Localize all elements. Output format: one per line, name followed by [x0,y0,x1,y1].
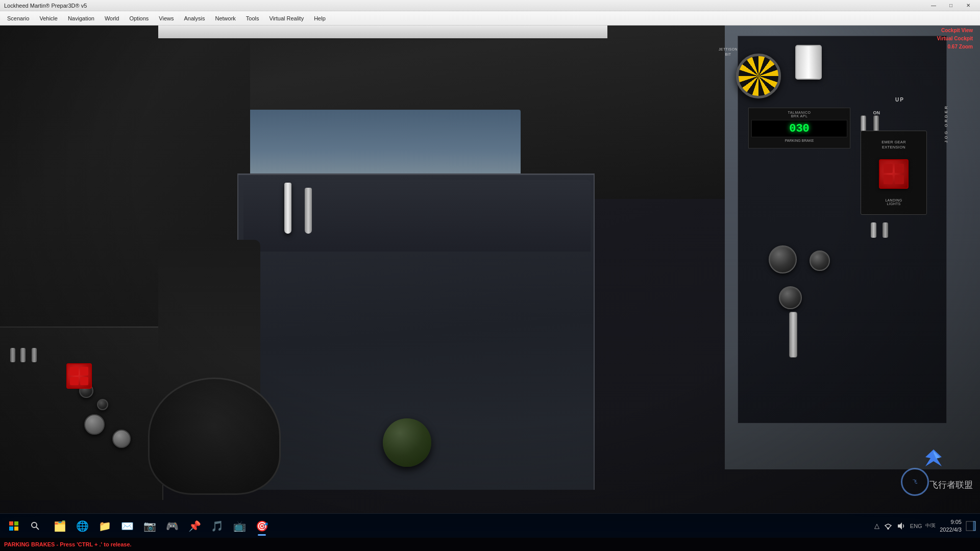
red-cell-b [895,164,904,173]
ime-area: ENG 中/英 [910,522,936,529]
title-bar: Lockheed Martin® Prepar3D® v5 — □ ✕ [0,0,980,11]
title-bar-controls: — □ ✕ [926,2,976,10]
emblem-text: 飞 [913,479,917,485]
search-button[interactable] [26,516,45,536]
jettison-label: JETTISONBIT [719,47,738,57]
menu-navigation[interactable]: Navigation [63,11,100,25]
svg-rect-3 [14,521,18,525]
clock-time: 9:05 [940,518,962,525]
toggle-2[interactable] [873,115,879,132]
taskbar-item-9[interactable]: 📺 [229,515,250,537]
glareshield [158,26,607,38]
parking-brake-message: PARKING BRAKES - Press 'CTRL + .' to rel… [4,541,132,547]
cockpit-view-overlay: Cockpit View Virtual Cockpit 0.67 Zoom [937,27,973,51]
ime-mode: 中/英 [925,522,936,529]
knob-bottom-left-2[interactable] [97,399,108,410]
minimize-button[interactable]: — [926,2,941,10]
green-sphere [383,418,431,467]
taskbar-item-3[interactable]: 📁 [94,515,115,537]
windows-logo-icon [9,521,18,531]
system-tray: △ ENG 中/英 9:05 2022/4/3 [870,514,980,538]
menu-analysis[interactable]: Analysis [179,11,210,25]
svg-marker-9 [898,522,902,530]
red-cell-c [884,175,893,184]
svg-rect-2 [9,521,13,525]
start-button[interactable] [4,516,23,536]
menu-vehicle[interactable]: Vehicle [34,11,62,25]
svg-point-6 [32,522,37,528]
svg-rect-11 [973,521,975,531]
taskbar-item-5[interactable]: 📷 [139,515,160,537]
menu-virtual-reality[interactable]: Virtual Reality [264,11,309,25]
emer-gear-panel: EMER GEAREXTENSION LANDINGLIGHTS [861,131,927,215]
taskbar-item-1[interactable]: 🗂️ [49,515,70,537]
cockpit-background: TALMANICOBRK APL 030 PARKING BRAKE ON EM… [0,26,980,525]
taskbar-item-10-active[interactable]: 🎯 [251,515,273,537]
maximize-button[interactable]: □ [943,2,959,10]
menu-bar: Scenario Vehicle Navigation World Option… [0,11,980,26]
lever-right[interactable] [789,312,797,358]
menu-options[interactable]: Options [124,11,154,25]
menu-scenario[interactable]: Scenario [2,11,34,25]
menu-network[interactable]: Network [210,11,240,25]
throttle-handle-2[interactable] [305,188,312,234]
knob-right-2[interactable] [810,251,830,271]
landing-lights-label: LANDINGLIGHTS [885,198,902,206]
show-desktop-icon[interactable] [966,521,976,531]
white-cylindrical-knob[interactable] [795,45,822,80]
lower-toggle-group [871,222,888,238]
bottom-left-panel [0,327,163,500]
taskbar-item-4[interactable]: ✉️ [116,515,138,537]
lower-toggle-2[interactable] [883,222,888,238]
on-label: ON [873,110,880,115]
status-bar: PARKING BRAKES - Press 'CTRL + .' to rel… [0,538,980,551]
taskbar-item-6[interactable]: 🎮 [161,515,183,537]
system-clock[interactable]: 9:05 2022/4/3 [940,518,962,533]
close-button[interactable]: ✕ [961,2,976,10]
toggle-1[interactable] [861,115,866,132]
red-cell-3 [70,377,79,386]
svg-rect-4 [9,527,13,531]
cockpit-view-line3: 0.67 Zoom [937,43,973,51]
large-knob-right-1[interactable] [769,245,797,273]
red-grid-button-left[interactable] [66,363,92,389]
menu-tools[interactable]: Tools [241,11,264,25]
search-icon [31,521,40,531]
menu-world[interactable]: World [100,11,125,25]
eng-label: ENG [910,523,922,529]
red-cell-1 [70,367,79,375]
knob-right-3[interactable] [779,286,802,309]
svg-point-8 [887,528,889,530]
menu-help[interactable]: Help [309,11,331,25]
red-cell-d [895,175,904,184]
cockpit-view-line1: Cockpit View [937,27,973,35]
parking-brake-label: PARKING BRAKE [751,139,847,142]
parking-brake-section: TALMANICOBRK APL 030 PARKING BRAKE [748,108,850,148]
toggle-sw-2 [20,348,26,362]
toggle-sw-1 [10,348,15,362]
striped-knob[interactable] [736,54,781,98]
network-icon[interactable] [884,521,893,531]
taskbar-items: 🗂️ 🌐 📁 ✉️ 📷 🎮 📌 🎵 📺 🎯 [49,515,273,537]
taskbar-item-7[interactable]: 📌 [184,515,205,537]
emer-gear-red-button[interactable] [879,159,909,189]
tray-chevron-icon[interactable]: △ [874,522,879,530]
cockpit-view-line2: Virtual Cockpit [937,35,973,43]
menu-views[interactable]: Views [154,11,179,25]
knob-large-bottom[interactable] [84,414,105,435]
yoke-head [148,378,281,495]
fxz-logo [922,447,945,472]
red-cell-4 [80,377,89,386]
taskbar: 🗂️ 🌐 📁 ✉️ 📷 🎮 📌 🎵 📺 🎯 △ ENG 中/英 9:05 202… [0,513,980,538]
lower-toggle-1[interactable] [871,222,876,238]
title-bar-title: Lockheed Martin® Prepar3D® v5 [4,3,87,9]
red-cell-a [884,164,893,173]
volume-icon[interactable] [897,521,906,531]
viewport: TALMANICOBRK APL 030 PARKING BRAKE ON EM… [0,26,980,525]
throttle-area [243,180,591,252]
clock-date: 2022/4/3 [940,526,962,533]
taskbar-item-2[interactable]: 🌐 [71,515,93,537]
taskbar-item-8[interactable]: 🎵 [206,515,228,537]
throttle-handle-1[interactable] [284,183,291,234]
knob-medium-bottom[interactable] [112,430,131,448]
